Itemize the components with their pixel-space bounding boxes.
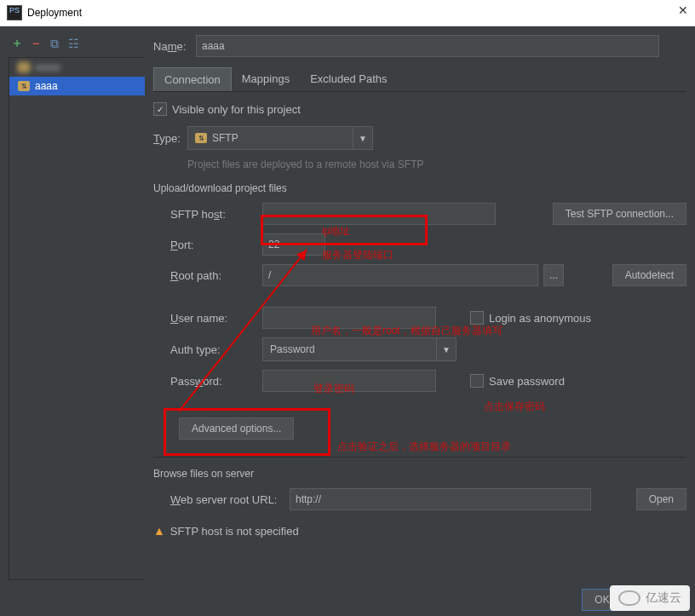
app-icon: PS	[7, 5, 22, 20]
password-label: Password:	[170, 375, 262, 388]
main-panel: Name: Connection Mappings Excluded Paths…	[153, 35, 686, 580]
save-password-label: Save password	[489, 375, 565, 388]
password-input[interactable]	[262, 370, 436, 392]
login-anon-checkbox[interactable]	[470, 311, 484, 325]
cloud-icon	[618, 590, 640, 606]
annotation-text: 点击验证之后，选择服务器的项目目录	[337, 440, 511, 454]
save-password-checkbox[interactable]	[470, 374, 484, 388]
sftp-host-label: SFTP host:	[170, 208, 262, 221]
tree-item[interactable]: ⇅ xxxxx	[9, 58, 145, 77]
add-icon[interactable]: ＋	[10, 37, 24, 50]
close-icon[interactable]: ✕	[678, 3, 688, 17]
open-button[interactable]: Open	[636, 488, 686, 510]
name-label: Name:	[153, 40, 196, 53]
username-label: User name:	[170, 312, 262, 325]
servers-tree: ⇅ xxxxx ⇅ aaaa	[9, 57, 145, 580]
tree-item-label: xxxxx	[35, 61, 60, 73]
server-icon: ⇅	[18, 62, 30, 72]
autodetect-button[interactable]: Autodetect	[612, 264, 686, 286]
username-input[interactable]	[262, 307, 436, 329]
web-url-label: Web server root URL:	[170, 493, 290, 506]
copy-icon[interactable]: ⧉	[48, 37, 61, 50]
auth-type-value: Password	[270, 343, 315, 355]
root-path-input[interactable]	[262, 264, 538, 286]
login-anon-label: Login as anonymous	[489, 312, 591, 325]
test-connection-button[interactable]: Test SFTP connection...	[553, 203, 686, 225]
browse-section-title: Browse files on server	[153, 468, 686, 480]
web-url-input[interactable]	[290, 488, 591, 510]
chevron-down-icon: ▼	[436, 338, 456, 360]
warning-text: SFTP host is not specified	[170, 525, 299, 538]
browse-path-button[interactable]: ...	[543, 264, 564, 286]
servers-sidebar: ＋ − ⧉ ☷ ⇅ xxxxx ⇅ aaaa	[9, 35, 145, 580]
advanced-options-button[interactable]: Advanced options...	[179, 417, 294, 440]
type-dropdown[interactable]: ⇅ SFTP ▼	[187, 126, 373, 150]
type-hint: Project files are deployed to a remote h…	[187, 158, 686, 170]
warning-icon: ▲	[153, 524, 165, 538]
port-input[interactable]	[262, 233, 325, 256]
tree-item-selected[interactable]: ⇅ aaaa	[9, 77, 145, 95]
watermark-text: 亿速云	[646, 590, 681, 606]
default-icon[interactable]: ☷	[66, 37, 80, 50]
sftp-host-input[interactable]	[262, 203, 496, 225]
visible-only-checkbox[interactable]: ✓	[153, 102, 167, 116]
auth-type-label: Auth type:	[170, 343, 262, 356]
tab-connection[interactable]: Connection	[153, 67, 232, 91]
title-bar: PS Deployment ✕	[0, 0, 695, 26]
tab-excluded-paths[interactable]: Excluded Paths	[300, 67, 397, 91]
name-input[interactable]	[196, 35, 659, 57]
root-path-label: Root path:	[170, 269, 262, 282]
window-title: Deployment	[27, 7, 82, 19]
upload-section-title: Upload/download project files	[153, 182, 686, 194]
type-value: SFTP	[212, 132, 238, 144]
tree-item-label: aaaa	[35, 80, 58, 92]
auth-type-dropdown[interactable]: Password ▼	[262, 337, 457, 361]
watermark: 亿速云	[610, 585, 690, 611]
sftp-icon: ⇅	[195, 133, 207, 143]
tab-mappings[interactable]: Mappings	[232, 67, 300, 91]
chevron-down-icon: ▼	[353, 127, 372, 149]
remove-icon[interactable]: −	[29, 37, 43, 50]
port-label: Port:	[170, 239, 262, 251]
visible-only-label: Visible only for this project	[172, 103, 301, 116]
type-label: Type:	[153, 132, 187, 145]
server-icon: ⇅	[18, 81, 30, 91]
